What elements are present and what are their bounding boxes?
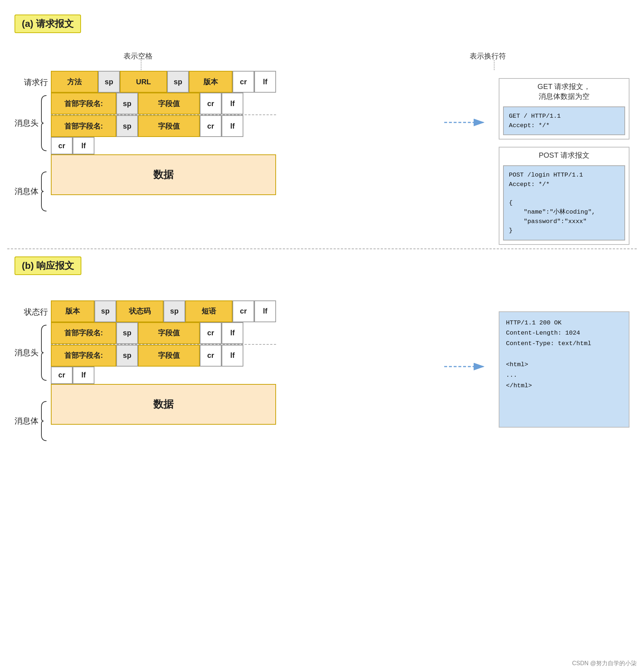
block-val2: 字段值 — [138, 115, 200, 137]
request-line-row: 方法 sp URL sp 版本 cr lf — [51, 71, 276, 93]
header-row-1b: 首部字段名: sp 字段值 cr lf — [51, 322, 276, 344]
block-b-phrase: 短语 — [185, 300, 232, 322]
brace-b-body — [40, 400, 48, 442]
block-lf3: lf — [222, 115, 243, 137]
block-b-status: 状态码 — [116, 300, 163, 322]
annotations-a: 表示空格 表示换行符 — [87, 51, 629, 71]
data-block-a: 数据 — [51, 154, 276, 195]
header-row-2a: 首部字段名: sp 字段值 cr lf — [51, 115, 276, 137]
block-header2: 首部字段名: — [51, 115, 116, 137]
body-label-area: 消息体 — [15, 170, 48, 213]
get-example: GET 请求报文， 消息体数据为空 GET / HTTP/1.1 Accept:… — [499, 78, 629, 140]
annot-space-label: 表示空格 — [123, 51, 153, 61]
block-sp1: sp — [98, 71, 120, 93]
block-b-lf2: lf — [222, 322, 243, 344]
block-cr2: cr — [200, 93, 222, 114]
annot-space-line — [141, 60, 141, 70]
block-method: 方法 — [51, 71, 98, 93]
post-title: POST 请求报文 — [499, 147, 629, 162]
response-example-box: HTTP/1.1 200 OK Content-Length: 1024 Con… — [499, 311, 629, 428]
data-block-b: 数据 — [51, 384, 276, 425]
block-lf1: lf — [254, 71, 276, 93]
dashed-arrow-b — [444, 359, 488, 375]
block-b-sp2: sp — [163, 300, 185, 322]
post-example: POST 请求报文 POST /login HTTP/1.1 Accept: *… — [499, 147, 629, 245]
block-sp4: sp — [116, 115, 138, 137]
header-row-2b: 首部字段名: sp 字段值 cr lf — [51, 345, 276, 367]
annot-newline-line — [494, 60, 494, 70]
block-header1: 首部字段名: — [51, 93, 116, 114]
examples-a: GET 请求报文， 消息体数据为空 GET / HTTP/1.1 Accept:… — [499, 78, 629, 245]
block-cr1: cr — [232, 71, 254, 93]
block-sp2: sp — [167, 71, 189, 93]
block-b-cr2: cr — [200, 322, 222, 344]
request-row-label: 请求行 — [24, 71, 48, 94]
block-b-lf1: lf — [254, 300, 276, 322]
block-b-val2: 字段值 — [138, 345, 200, 367]
block-b-header2: 首部字段名: — [51, 345, 116, 367]
brace-a-body — [40, 170, 48, 213]
status-row-label: 状态行 — [24, 300, 48, 324]
block-lf4: lf — [73, 137, 94, 154]
annot-newline-label: 表示换行符 — [470, 51, 506, 61]
section-a-content: 请求行 消息头 消息体 — [15, 71, 629, 245]
side-labels-a: 请求行 消息头 消息体 — [15, 71, 51, 213]
blocks-a: 方法 sp URL sp 版本 cr lf 首部字段名: sp 字段值 cr — [51, 71, 276, 195]
block-b-cr4: cr — [51, 367, 73, 384]
section-b-content: 状态行 消息头 消息体 — [15, 300, 629, 442]
arrow-b — [433, 359, 499, 375]
block-val1: 字段值 — [138, 93, 200, 114]
block-url: URL — [120, 71, 167, 93]
post-code: POST /login HTTP/1.1 Accept: */* { "name… — [503, 165, 625, 240]
header-label-b: 消息头 — [15, 347, 39, 358]
block-version: 版本 — [189, 71, 232, 93]
section-b: (b) 响应报文 状态行 消息头 — [7, 249, 637, 446]
side-labels-b: 状态行 消息头 消息体 — [15, 300, 51, 442]
body-label-b-area: 消息体 — [15, 400, 48, 442]
body-label-b: 消息体 — [15, 416, 39, 427]
block-b-version: 版本 — [51, 300, 94, 322]
example-b: HTTP/1.1 200 OK Content-Length: 1024 Con… — [499, 311, 629, 428]
get-title: GET 请求报文， 消息体数据为空 — [499, 79, 629, 103]
diagram-a: 请求行 消息头 消息体 — [15, 71, 433, 213]
block-cr4: cr — [51, 137, 73, 154]
block-sp3: sp — [116, 93, 138, 114]
cr-lf-row-b: cr lf — [51, 367, 276, 384]
block-b-cr3: cr — [200, 345, 222, 367]
arrow-a — [433, 114, 499, 130]
watermark: CSDN @努力自学的小柒 — [572, 660, 637, 667]
block-b-val1: 字段值 — [138, 322, 200, 344]
header-label-a: 消息头 — [15, 118, 39, 129]
section-b-label: (b) 响应报文 — [15, 256, 81, 275]
header-row-1a: 首部字段名: sp 字段值 cr lf — [51, 93, 276, 114]
block-lf2: lf — [222, 93, 243, 114]
section-a: (a) 请求报文 表示空格 表示换行符 请求行 消息头 — [7, 7, 637, 249]
cr-lf-row-a: cr lf — [51, 137, 276, 154]
get-code: GET / HTTP/1.1 Accept: */* — [503, 106, 625, 135]
blocks-b: 版本 sp 状态码 sp 短语 cr lf 首部字段名: sp 字段值 cr — [51, 300, 276, 425]
block-b-sp1: sp — [94, 300, 116, 322]
body-label-a: 消息体 — [15, 186, 39, 197]
block-b-header1: 首部字段名: — [51, 322, 116, 344]
brace-b-header — [40, 324, 48, 382]
response-code: HTTP/1.1 200 OK Content-Length: 1024 Con… — [506, 318, 622, 391]
block-b-sp3: sp — [116, 322, 138, 344]
block-b-cr1: cr — [232, 300, 254, 322]
diagram-b: 状态行 消息头 消息体 — [15, 300, 433, 442]
header-label-area: 消息头 — [15, 94, 48, 152]
block-b-lf3: lf — [222, 345, 243, 367]
brace-a-header — [40, 94, 48, 152]
section-a-label: (a) 请求报文 — [15, 15, 81, 33]
header-label-b-area: 消息头 — [15, 324, 48, 382]
block-cr3: cr — [200, 115, 222, 137]
dashed-arrow-a — [444, 114, 488, 130]
status-line-row: 版本 sp 状态码 sp 短语 cr lf — [51, 300, 276, 322]
main-container: (a) 请求报文 表示空格 表示换行符 请求行 消息头 — [0, 0, 644, 671]
block-b-sp4: sp — [116, 345, 138, 367]
block-b-lf4: lf — [73, 367, 94, 384]
